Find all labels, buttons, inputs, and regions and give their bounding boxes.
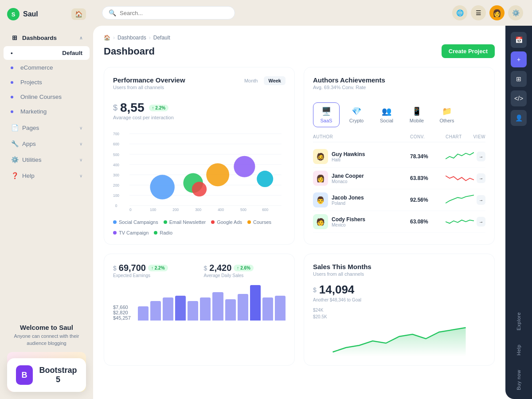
logo-icon: S	[7, 8, 20, 20]
sidebar-item-help[interactable]: ❓ Help ∨	[4, 168, 90, 183]
tab-month[interactable]: Month	[240, 76, 262, 85]
welcome-title: Welcome to Saul	[7, 324, 86, 331]
sidebar-item-pages[interactable]: 📄 Pages ∨	[4, 120, 90, 135]
metric-badge: ↑ 2.2%	[149, 105, 169, 111]
bar	[188, 301, 198, 321]
breadcrumb: 🏠 › Dashboards › Default	[104, 35, 495, 41]
settings-button[interactable]: ⚙️	[508, 5, 523, 20]
authors-table-header: AUTHOR CONV. CHART VIEW	[313, 134, 485, 142]
dashboard-icon: ⊞	[11, 34, 19, 42]
chevron-icon: ∨	[79, 125, 82, 130]
sidebar: S Saul 🏠 ⊞ Dashboards ∧ Default e	[0, 0, 93, 399]
legend-radio: Radio	[154, 230, 172, 235]
tab-buttons: Month Week	[240, 76, 286, 85]
search-input[interactable]	[120, 10, 228, 16]
legend-social: Social Campaigns	[113, 219, 158, 225]
author-view-button[interactable]: →	[477, 217, 485, 227]
cat-tab-others[interactable]: 📁 Others	[434, 102, 460, 127]
bubble-chart-svg: 700 600 500 400 300 200 100 0 0 100 200	[113, 126, 286, 215]
bar	[150, 301, 161, 321]
cat-tab-crypto[interactable]: 💎 Crypto	[343, 102, 370, 127]
breadcrumb-home-icon: 🏠	[104, 35, 110, 41]
svg-point-28	[257, 171, 273, 187]
sidebar-item-apps[interactable]: 🔧 Apps ∨	[4, 136, 90, 151]
others-icon: 📁	[442, 106, 452, 116]
dot-icon	[11, 81, 13, 84]
bar	[238, 294, 248, 321]
apps-icon: 🔧	[11, 140, 19, 148]
svg-text:600: 600	[262, 207, 268, 212]
legend-tv: TV Campaign	[113, 230, 149, 235]
author-view-button[interactable]: →	[477, 152, 485, 161]
earnings-card: $ 69,700 ↑ 2.2% Expected Earnings $ 2,42…	[104, 254, 295, 366]
bar	[250, 285, 261, 321]
svg-text:400: 400	[113, 163, 119, 167]
sidebar-item-default[interactable]: Default	[4, 46, 90, 60]
author-chart-svg	[446, 172, 474, 184]
bootstrap-badge: B Bootstrap 5	[7, 358, 86, 392]
sales-title: Sales This Months	[313, 263, 485, 270]
performance-subtitle: Users from all channels	[113, 85, 185, 90]
sidebar-item-label: Projects	[20, 79, 42, 86]
avatar[interactable]: 👩	[489, 5, 505, 20]
sidebar-item-label: Dashboards	[22, 35, 57, 41]
svg-text:200: 200	[113, 183, 119, 188]
svg-point-25	[206, 163, 229, 186]
sidebar-item-projects[interactable]: Projects	[4, 75, 90, 89]
sidebar-item-utilities[interactable]: ⚙️ Utilities ∨	[4, 152, 90, 167]
sidebar-item-label: eCommerce	[20, 64, 53, 71]
add-button[interactable]: +	[511, 51, 527, 67]
code-button[interactable]: </>	[511, 90, 527, 106]
grid-button[interactable]: ⊞	[511, 71, 527, 87]
bar	[200, 297, 211, 321]
legend-email: Email Newsletter	[164, 219, 206, 225]
chevron-icon: ∨	[79, 141, 82, 146]
breadcrumb-dashboards[interactable]: Dashboards	[117, 35, 146, 41]
dashboard-main: 🏠 › Dashboards › Default Dashboard Creat…	[93, 26, 505, 399]
metric-label: Avarage cost per interaction	[113, 115, 286, 120]
help-label: Help	[516, 341, 521, 359]
author-view-button[interactable]: →	[477, 173, 485, 183]
sales-goal: Another $48,346 to Goal	[313, 297, 485, 302]
sidebar-item-dashboards[interactable]: ⊞ Dashboards ∧	[4, 30, 90, 45]
authors-title: Authors Achievements	[313, 76, 385, 84]
svg-text:600: 600	[113, 142, 119, 147]
sidebar-item-label: Marketing	[20, 108, 47, 115]
metric-value: $ 8,55	[113, 101, 145, 115]
explore-label: Explore	[516, 309, 521, 334]
sidebar-item-label: Apps	[22, 141, 36, 147]
authors-table: AUTHOR CONV. CHART VIEW 🧔	[313, 134, 485, 233]
sidebar-item-online-courses[interactable]: Online Courses	[4, 90, 90, 104]
bootstrap-icon: B	[16, 365, 33, 385]
cat-tab-social[interactable]: 👥 Social	[373, 102, 400, 127]
menu-button[interactable]: ☰	[471, 5, 486, 20]
svg-text:500: 500	[240, 207, 246, 212]
chevron-icon: ∨	[79, 157, 82, 162]
tab-week[interactable]: Week	[264, 76, 286, 85]
svg-text:0: 0	[129, 207, 132, 212]
chevron-icon: ∧	[79, 35, 82, 40]
svg-point-26	[234, 156, 255, 177]
author-view-button[interactable]: →	[477, 195, 485, 205]
sidebar-header: S Saul 🏠	[0, 0, 93, 26]
daily-sales: $ 2,420 ↑ 2.6% Average Daily Sales	[204, 263, 286, 278]
cards-row: Performance Overview Users from all chan…	[104, 67, 495, 245]
table-row: 🧑 Cody Fishers Mexico 63.08%	[313, 211, 485, 233]
sidebar-item-marketing[interactable]: Marketing	[4, 105, 90, 118]
user-button[interactable]: 👤	[511, 110, 527, 126]
welcome-subtitle: Anyone can connect with their audience b…	[7, 333, 86, 347]
topbar: 🔍 🌐 ☰ 👩 ⚙️	[93, 0, 532, 26]
expected-earnings: $ 69,700 ↑ 2.2% Expected Earnings	[113, 263, 195, 278]
sidebar-back-button[interactable]: 🏠	[71, 8, 86, 20]
sidebar-item-ecommerce[interactable]: eCommerce	[4, 61, 90, 74]
sales-subtitle: Users from all channels	[313, 271, 485, 277]
saas-icon: 🖥️	[321, 106, 331, 116]
calendar-button[interactable]: 📅	[511, 32, 527, 48]
dot-icon	[11, 96, 13, 98]
svg-text:100: 100	[150, 207, 156, 212]
cat-tab-mobile[interactable]: 📱 Mobile	[403, 102, 430, 127]
cat-tab-saas[interactable]: 🖥️ SaaS	[313, 102, 340, 127]
sidebar-item-label: Utilities	[22, 156, 42, 163]
create-project-button[interactable]: Create Project	[442, 44, 495, 58]
notification-button[interactable]: 🌐	[452, 5, 467, 20]
